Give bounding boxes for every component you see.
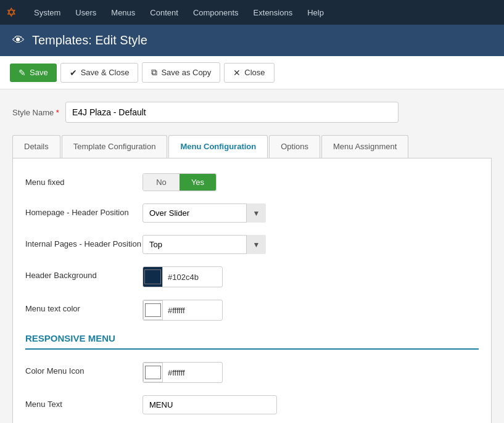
content-area: Style Name * Details Template Configurat… bbox=[0, 89, 504, 423]
internal-pages-header-position-label: Internal Pages - Header Position bbox=[25, 235, 143, 250]
tab-menu-assignment[interactable]: Menu Assignment bbox=[321, 135, 408, 158]
menu-fixed-label: Menu fixed bbox=[25, 173, 143, 188]
nav-users[interactable]: Users bbox=[68, 0, 104, 25]
toggle-no[interactable]: No bbox=[143, 174, 180, 191]
page-title: Templates: Edit Style bbox=[32, 33, 147, 47]
x-icon: ✕ bbox=[233, 68, 241, 78]
nav-content[interactable]: Content bbox=[143, 0, 186, 25]
nav-menus[interactable]: Menus bbox=[104, 0, 143, 25]
toolbar: ✎ Save ✔ Save & Close ⧉ Save as Copy ✕ C… bbox=[0, 56, 504, 89]
nav-system[interactable]: System bbox=[27, 0, 68, 25]
menu-fixed-row: Menu fixed No Yes bbox=[25, 173, 479, 191]
nav-extensions[interactable]: Extensions bbox=[246, 0, 300, 25]
menu-fixed-toggle[interactable]: No Yes bbox=[143, 173, 217, 191]
header-background-color-value: #102c4b bbox=[163, 269, 222, 285]
menu-text-color-swatch[interactable] bbox=[143, 300, 163, 320]
color-menu-icon-row: Color Menu Icon #ffffff bbox=[25, 362, 479, 383]
color-menu-icon-swatch[interactable] bbox=[143, 363, 163, 382]
menu-fixed-control: No Yes bbox=[143, 173, 479, 191]
menu-text-control bbox=[143, 395, 479, 414]
close-button[interactable]: ✕ Close bbox=[224, 63, 274, 83]
required-star: * bbox=[56, 108, 59, 117]
toggle-yes[interactable]: Yes bbox=[180, 174, 216, 191]
save-icon: ✎ bbox=[19, 68, 26, 78]
menu-text-color-value: #ffffff bbox=[163, 302, 222, 319]
menu-text-color-control: #ffffff bbox=[143, 300, 479, 321]
color-menu-icon-value: #ffffff bbox=[163, 364, 222, 381]
homepage-header-position-label: Homepage - Header Position bbox=[25, 203, 143, 218]
top-navigation: ✡ System Users Menus Content Components … bbox=[0, 0, 504, 25]
homepage-header-position-select[interactable]: Over Slider Top Bottom bbox=[143, 203, 266, 223]
internal-pages-header-select-wrap: Top Over Slider Bottom ▼ bbox=[143, 235, 266, 254]
color-menu-icon-control: #ffffff bbox=[143, 362, 479, 383]
nav-help[interactable]: Help bbox=[300, 0, 331, 25]
menu-text-label: Menu Text bbox=[25, 395, 143, 410]
save-copy-button[interactable]: ⧉ Save as Copy bbox=[142, 62, 220, 83]
internal-pages-header-position-select[interactable]: Top Over Slider Bottom bbox=[143, 235, 266, 254]
close-label: Close bbox=[244, 68, 265, 77]
color-menu-icon-color-row: #ffffff bbox=[143, 362, 223, 383]
eye-icon: 👁 bbox=[12, 33, 25, 47]
header-background-row: Header Background #102c4b bbox=[25, 266, 479, 287]
style-name-row: Style Name * bbox=[12, 102, 492, 123]
save-close-label: Save & Close bbox=[81, 68, 130, 77]
check-icon: ✔ bbox=[70, 68, 77, 78]
save-close-button[interactable]: ✔ Save & Close bbox=[60, 63, 139, 83]
tab-menu-configuration[interactable]: Menu Configuration bbox=[168, 135, 268, 158]
homepage-header-select-wrap: Over Slider Top Bottom ▼ bbox=[143, 203, 266, 223]
homepage-header-position-control: Over Slider Top Bottom ▼ bbox=[143, 203, 479, 223]
menu-text-row: Menu Text bbox=[25, 395, 479, 414]
responsive-menu-section-header: RESPONSIVE MENU bbox=[25, 333, 479, 350]
menu-text-input[interactable] bbox=[143, 395, 277, 414]
internal-pages-header-position-control: Top Over Slider Bottom ▼ bbox=[143, 235, 479, 254]
homepage-header-position-row: Homepage - Header Position Over Slider T… bbox=[25, 203, 479, 223]
save-label: Save bbox=[30, 68, 48, 77]
header-background-control: #102c4b bbox=[143, 266, 479, 287]
tab-template-configuration[interactable]: Template Configuration bbox=[62, 135, 168, 158]
menu-text-color-row-inner: #ffffff bbox=[143, 300, 223, 321]
menu-text-color-row: Menu text color #ffffff bbox=[25, 300, 479, 321]
joomla-logo: ✡ bbox=[6, 5, 17, 20]
internal-pages-header-position-row: Internal Pages - Header Position Top Ove… bbox=[25, 235, 479, 254]
color-menu-icon-label: Color Menu Icon bbox=[25, 362, 143, 377]
header-background-color-row: #102c4b bbox=[143, 266, 223, 287]
copy-icon: ⧉ bbox=[151, 67, 157, 78]
save-button[interactable]: ✎ Save bbox=[10, 64, 57, 82]
menu-text-color-label: Menu text color bbox=[25, 300, 143, 314]
style-name-input[interactable] bbox=[65, 102, 399, 123]
tab-options[interactable]: Options bbox=[269, 135, 320, 158]
tab-bar: Details Template Configuration Menu Conf… bbox=[12, 135, 492, 158]
nav-components[interactable]: Components bbox=[186, 0, 246, 25]
tab-details[interactable]: Details bbox=[12, 135, 60, 158]
header-background-label: Header Background bbox=[25, 266, 143, 281]
header-background-color-swatch[interactable] bbox=[143, 267, 163, 287]
style-name-label: Style Name * bbox=[12, 108, 59, 117]
save-copy-label: Save as Copy bbox=[161, 68, 211, 77]
page-header: 👁 Templates: Edit Style bbox=[0, 25, 504, 56]
tab-panel-menu-configuration: Menu fixed No Yes Homepage - Header Posi… bbox=[12, 158, 492, 423]
